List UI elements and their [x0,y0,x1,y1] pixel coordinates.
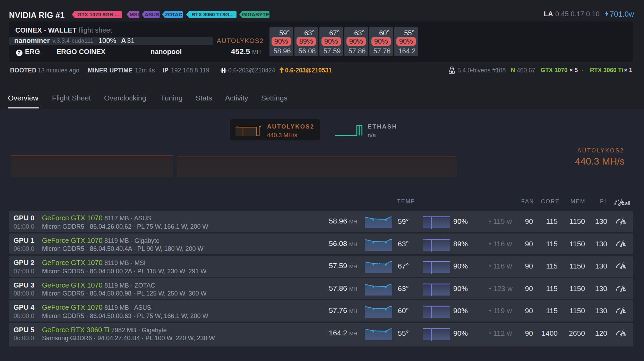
svg-text:Σ: Σ [18,51,21,55]
